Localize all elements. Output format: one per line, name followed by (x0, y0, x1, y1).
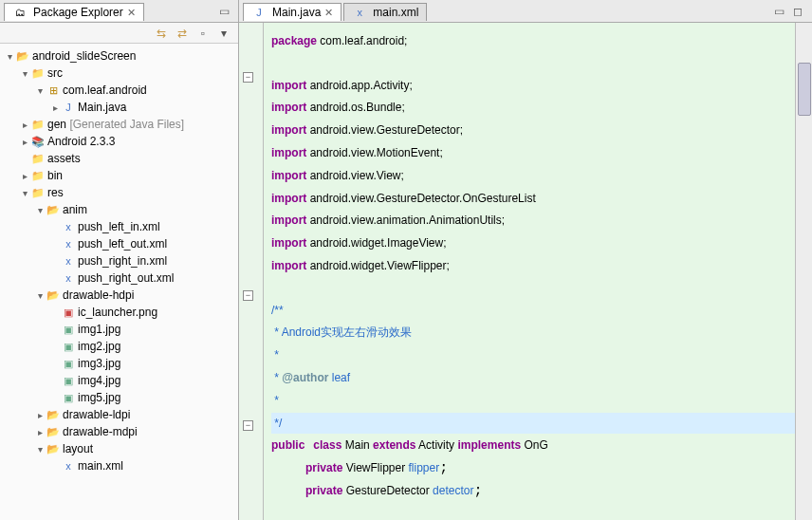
folder-icon: 📁 (30, 169, 46, 182)
folder-icon: 📂 (46, 288, 61, 302)
editor-tab-bar: J Main.java ✕ x main.xml ▭ ◻ (239, 0, 812, 23)
tree-android-lib[interactable]: ▸📚Android 2.3.3 (0, 133, 238, 150)
fold-icon[interactable]: − (243, 290, 253, 301)
src-folder-icon: 📁 (30, 66, 46, 80)
xml-file-icon: x (61, 237, 76, 251)
tab-main-xml[interactable]: x main.xml (343, 3, 427, 21)
link-editor-icon[interactable]: ⇄ (175, 27, 189, 40)
editor-panel: J Main.java ✕ x main.xml ▭ ◻ − − − packa… (239, 0, 812, 520)
folder-icon: 📂 (46, 442, 61, 455)
vertical-scrollbar[interactable] (795, 23, 812, 520)
tree-assets[interactable]: 📁assets (0, 150, 238, 167)
tree-file[interactable]: ▣img4.jpg (0, 372, 238, 389)
library-icon: 📚 (30, 135, 46, 148)
tree-gen[interactable]: ▸📁gen [Generated Java Files] (0, 116, 238, 133)
folder-icon: 📂 (46, 203, 61, 216)
tree-package[interactable]: ▾⊞com.leaf.android (0, 82, 238, 99)
tree-main-java[interactable]: ▸JMain.java (0, 99, 238, 116)
tree-res[interactable]: ▾📁res (0, 184, 238, 201)
tree-drawable-hdpi[interactable]: ▾📂drawable-hdpi (0, 287, 238, 304)
tree-drawable-ldpi[interactable]: ▸📂drawable-ldpi (0, 406, 238, 423)
image-file-icon: ▣ (61, 306, 76, 319)
tree-file[interactable]: xpush_right_out.xml (0, 269, 238, 287)
tree-layout[interactable]: ▾📂layout (0, 440, 238, 457)
java-file-icon: J (61, 101, 76, 114)
tree-anim[interactable]: ▾📂anim (0, 201, 238, 218)
tree-file[interactable]: xpush_right_in.xml (0, 252, 238, 269)
image-file-icon: ▣ (61, 374, 76, 387)
folder-icon: 📁 (30, 186, 46, 199)
image-file-icon: ▣ (61, 340, 76, 353)
project-tree[interactable]: ▾📂android_slideScreen ▾📁src ▾⊞com.leaf.a… (0, 44, 238, 520)
tree-project[interactable]: ▾📂android_slideScreen (0, 47, 238, 65)
project-icon: 📂 (15, 49, 30, 63)
folder-icon: 📂 (46, 425, 61, 438)
fold-icon[interactable]: − (243, 420, 253, 431)
fold-icon[interactable]: − (243, 72, 253, 83)
explorer-tab-bar: 🗂 Package Explorer ✕ ▭ (0, 0, 238, 23)
tab-label: Main.java (272, 6, 321, 19)
tree-file[interactable]: xmain.xml (0, 457, 238, 474)
close-icon[interactable]: ✕ (324, 7, 333, 19)
java-file-icon: J (251, 6, 267, 19)
tree-bin[interactable]: ▸📁bin (0, 167, 238, 184)
xml-file-icon: x (61, 254, 76, 268)
tree-src[interactable]: ▾📁src (0, 65, 238, 82)
tree-file[interactable]: xpush_left_out.xml (0, 235, 238, 252)
tree-file[interactable]: ▣img3.jpg (0, 355, 238, 372)
tree-file[interactable]: ▣img2.jpg (0, 338, 238, 355)
xml-file-icon: x (61, 271, 76, 285)
xml-file-icon: x (61, 220, 76, 233)
code-area[interactable]: package com.leaf.android; import android… (264, 23, 795, 520)
maximize-icon[interactable]: ◻ (791, 5, 804, 18)
editor-gutter[interactable]: − − − (239, 23, 264, 520)
explorer-toolbar: ⇆ ⇄ ▫ ▾ (0, 23, 238, 44)
xml-file-icon: x (61, 459, 76, 473)
minimize-icon[interactable]: ▭ (772, 5, 785, 18)
package-explorer-icon: 🗂 (12, 6, 28, 19)
scrollbar-thumb[interactable] (798, 63, 811, 116)
tab-label: main.xml (373, 6, 418, 19)
view-menu-icon[interactable]: ▾ (217, 27, 231, 40)
code-editor[interactable]: − − − package com.leaf.android; import a… (239, 23, 812, 520)
tree-drawable-mdpi[interactable]: ▸📂drawable-mdpi (0, 423, 238, 440)
focus-icon[interactable]: ▫ (196, 27, 210, 40)
close-icon[interactable]: ✕ (127, 7, 136, 19)
tab-main-java[interactable]: J Main.java ✕ (243, 3, 341, 21)
collapse-all-icon[interactable]: ⇆ (155, 27, 168, 40)
xml-file-icon: x (352, 6, 367, 19)
minimize-icon[interactable]: ▭ (217, 5, 231, 18)
image-file-icon: ▣ (61, 391, 76, 404)
image-file-icon: ▣ (61, 357, 76, 370)
package-explorer-tab[interactable]: 🗂 Package Explorer ✕ (4, 3, 144, 21)
folder-icon: 📂 (46, 408, 61, 421)
package-explorer-title: Package Explorer (33, 6, 123, 19)
tree-file[interactable]: ▣img5.jpg (0, 389, 238, 406)
package-explorer-panel: 🗂 Package Explorer ✕ ▭ ⇆ ⇄ ▫ ▾ ▾📂android… (0, 0, 239, 520)
image-file-icon: ▣ (61, 323, 76, 336)
folder-icon: 📁 (30, 152, 46, 165)
tree-file[interactable]: xpush_left_in.xml (0, 218, 238, 235)
tree-file[interactable]: ▣ic_launcher.png (0, 304, 238, 321)
tree-file[interactable]: ▣img1.jpg (0, 321, 238, 338)
package-icon: ⊞ (46, 84, 61, 97)
gen-folder-icon: 📁 (30, 118, 46, 131)
